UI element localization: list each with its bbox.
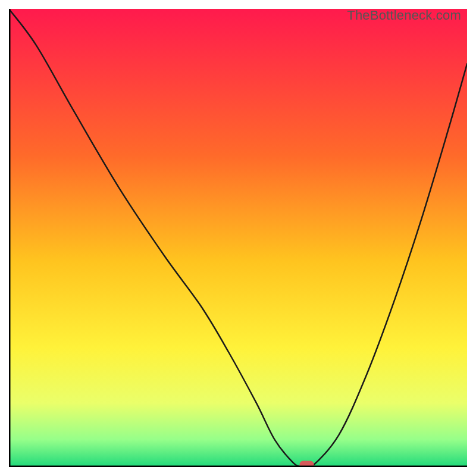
plot-area (9, 9, 467, 467)
bottleneck-chart: TheBottleneck.com (9, 9, 467, 467)
watermark-label: TheBottleneck.com (347, 8, 461, 23)
gradient-background (9, 9, 467, 467)
